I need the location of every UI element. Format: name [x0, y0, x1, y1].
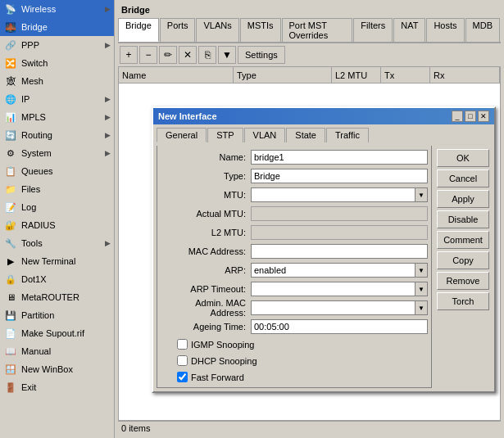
- name-input[interactable]: [251, 150, 428, 165]
- apply-button[interactable]: Apply: [437, 190, 489, 208]
- form-row-actual-mtu: Actual MTU:: [161, 205, 428, 222]
- sidebar-item-partition[interactable]: 💾 Partition: [0, 306, 114, 324]
- winbox-icon: 🪟: [3, 362, 18, 377]
- edit-button[interactable]: ✏: [159, 46, 177, 64]
- sidebar-item-queues[interactable]: 📋 Queues: [0, 162, 114, 180]
- sidebar-item-ppp[interactable]: 🔗 PPP ▶: [0, 36, 114, 54]
- tab-mstis[interactable]: MSTIs: [240, 18, 281, 42]
- sidebar-item-log[interactable]: 📝 Log: [0, 198, 114, 216]
- sidebar-item-winbox[interactable]: 🪟 New WinBox: [0, 360, 114, 378]
- sidebar-item-files[interactable]: 📁 Files: [0, 180, 114, 198]
- dhcp-snooping-label: DHCP Snooping: [191, 356, 257, 366]
- form-row-ageing: Ageing Time:: [161, 318, 428, 335]
- sidebar-item-switch[interactable]: 🔀 Switch: [0, 54, 114, 72]
- system-icon: ⚙: [3, 146, 18, 160]
- type-label: Type:: [161, 171, 251, 181]
- settings-button[interactable]: Settings: [238, 46, 285, 64]
- fast-forward-row: Fast Forward: [161, 370, 428, 384]
- ok-button[interactable]: OK: [437, 149, 489, 167]
- arp-timeout-input[interactable]: [251, 282, 428, 296]
- mac-input[interactable]: [251, 244, 428, 259]
- sidebar-item-label: Log: [21, 202, 36, 212]
- admin-mac-label: Admin. MAC Address:: [161, 298, 251, 318]
- igmp-snooping-label: IGMP Snooping: [191, 340, 254, 350]
- sidebar-item-manual[interactable]: 📖 Manual: [0, 342, 114, 360]
- dialog-tab-state[interactable]: State: [286, 128, 325, 142]
- disable-button[interactable]: ✕: [179, 46, 197, 64]
- arp-dropdown-arrow[interactable]: ▼: [415, 263, 428, 278]
- disable-btn[interactable]: Disable: [437, 210, 489, 228]
- new-interface-dialog: New Interface _ □ ✕ General STP VLAN Sta…: [152, 106, 496, 393]
- type-input[interactable]: [251, 169, 428, 183]
- sidebar-item-ip[interactable]: 🌐 IP ▶: [0, 90, 114, 108]
- dialog-tab-traffic[interactable]: Traffic: [326, 128, 369, 142]
- dialog-controls: _ □ ✕: [452, 111, 489, 122]
- ageing-time-input[interactable]: [251, 319, 428, 334]
- dialog-tab-stp[interactable]: STP: [207, 128, 243, 142]
- mac-label: MAC Address:: [161, 246, 251, 256]
- arp-timeout-dropdown-arrow[interactable]: ▼: [415, 282, 428, 296]
- copy-btn[interactable]: Copy: [437, 251, 489, 269]
- tab-nat[interactable]: NAT: [393, 18, 425, 42]
- tools-icon: 🔧: [3, 236, 18, 251]
- sidebar-item-mesh[interactable]: 🕸 Mesh: [0, 72, 114, 90]
- remove-btn[interactable]: Remove: [437, 272, 489, 290]
- status-text: 0 items: [121, 423, 150, 433]
- mesh-icon: 🕸: [3, 74, 18, 88]
- l2mtu-input[interactable]: [251, 225, 428, 240]
- sidebar-item-label: Files: [21, 184, 40, 194]
- fast-forward-checkbox[interactable]: [177, 372, 188, 382]
- sidebar-item-metarouter[interactable]: 🖥 MetaROUTER: [0, 288, 114, 306]
- sidebar-item-system[interactable]: ⚙ System ▶: [0, 144, 114, 162]
- sidebar-item-label: Partition: [21, 310, 54, 320]
- comment-button[interactable]: Comment: [437, 231, 489, 249]
- admin-mac-input[interactable]: [251, 300, 428, 315]
- add-button[interactable]: +: [120, 46, 138, 64]
- dialog-close-button[interactable]: ✕: [478, 111, 489, 122]
- tab-vlans[interactable]: VLANs: [196, 18, 238, 42]
- dialog-minimize-button[interactable]: _: [452, 111, 463, 122]
- mtu-dropdown-arrow[interactable]: ▼: [415, 187, 428, 202]
- sidebar-arrow: ▶: [105, 113, 111, 121]
- sidebar-item-label: PPP: [21, 40, 39, 50]
- tab-filters[interactable]: Filters: [353, 18, 393, 42]
- col-name: Name: [119, 67, 234, 83]
- sidebar-item-supout[interactable]: 📄 Make Supout.rif: [0, 324, 114, 342]
- admin-mac-dropdown-arrow[interactable]: ▼: [415, 300, 428, 315]
- mpls-icon: 📊: [3, 110, 18, 124]
- sidebar-item-tools[interactable]: 🔧 Tools ▶: [0, 234, 114, 252]
- log-icon: 📝: [3, 200, 18, 214]
- exit-icon: 🚪: [3, 380, 18, 395]
- dialog-tab-general[interactable]: General: [157, 128, 207, 142]
- tab-ports[interactable]: Ports: [160, 18, 196, 42]
- wireless-icon: 📡: [3, 2, 18, 16]
- arp-input[interactable]: [251, 263, 428, 278]
- fast-forward-label: Fast Forward: [191, 373, 244, 382]
- actual-mtu-input[interactable]: [251, 206, 428, 221]
- sidebar-item-mpls[interactable]: 📊 MPLS ▶: [0, 108, 114, 126]
- tab-port-mst[interactable]: Port MST Overrides: [282, 18, 353, 42]
- cancel-button[interactable]: Cancel: [437, 169, 489, 187]
- sidebar-item-routing[interactable]: 🔄 Routing ▶: [0, 126, 114, 144]
- igmp-snooping-checkbox[interactable]: [177, 339, 188, 350]
- dialog-maximize-button[interactable]: □: [465, 111, 476, 122]
- mtu-input[interactable]: [251, 187, 428, 202]
- sidebar-item-label: New Terminal: [21, 256, 75, 266]
- sidebar-item-bridge[interactable]: 🌉 Bridge: [0, 18, 114, 36]
- sidebar-item-terminal[interactable]: ▶ New Terminal: [0, 252, 114, 270]
- sidebar-item-wireless[interactable]: 📡 Wireless ▶: [0, 0, 114, 18]
- remove-button[interactable]: −: [139, 46, 157, 64]
- tab-bridge[interactable]: Bridge: [118, 18, 159, 42]
- dialog-tab-vlan[interactable]: VLAN: [244, 128, 286, 142]
- tab-mdb[interactable]: MDB: [465, 18, 500, 42]
- sidebar-item-dot1x[interactable]: 🔒 Dot1X: [0, 270, 114, 288]
- copy-button[interactable]: ⎘: [198, 46, 216, 64]
- dhcp-snooping-checkbox[interactable]: [177, 355, 188, 366]
- filter-button[interactable]: ▼: [218, 46, 236, 64]
- sidebar-arrow: ▶: [105, 41, 111, 49]
- torch-button[interactable]: Torch: [437, 292, 489, 310]
- tab-hosts[interactable]: Hosts: [426, 18, 464, 42]
- sidebar-item-exit[interactable]: 🚪 Exit: [0, 378, 114, 396]
- sidebar-item-radius[interactable]: 🔐 RADIUS: [0, 216, 114, 234]
- col-l2mtu: L2 MTU: [332, 67, 381, 83]
